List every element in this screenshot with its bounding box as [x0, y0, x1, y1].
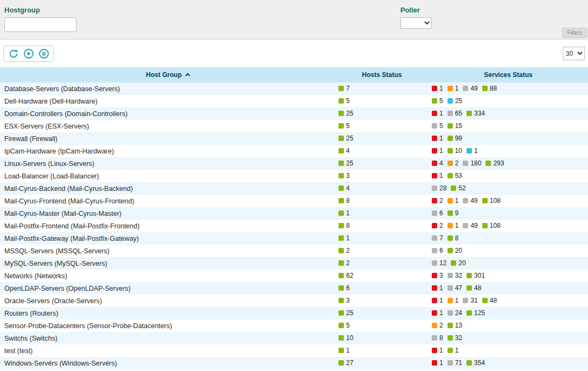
status-chip-critical[interactable]: 2	[432, 222, 443, 229]
status-chip-unknown[interactable]: 65	[448, 110, 462, 117]
status-chip-ok[interactable]: 9	[448, 209, 459, 217]
status-chip-critical[interactable]: 1	[432, 85, 443, 92]
hostgroup-name-link[interactable]: Mail-Cyrus-Master (Mail-Cyrus-Master)	[4, 210, 122, 218]
status-chip-ok[interactable]: 15	[448, 122, 462, 130]
status-chip-unknown[interactable]: 24	[448, 309, 462, 317]
status-chip-ok[interactable]: 8	[448, 234, 459, 242]
status-chip-ok[interactable]: 25	[338, 159, 353, 167]
status-chip-ok[interactable]: 1	[338, 234, 350, 242]
status-chip-ok[interactable]: 8	[338, 197, 350, 204]
status-chip-unknown[interactable]: 12	[432, 259, 446, 267]
status-chip-warning[interactable]: 1	[448, 197, 459, 204]
status-chip-ok[interactable]: 108	[482, 222, 501, 229]
column-header-services-status[interactable]: Services Status	[429, 67, 588, 82]
hostgroup-name-link[interactable]: MSSQL-Servers (MSSQL-Servers)	[4, 247, 110, 255]
hostgroup-name-link[interactable]: IpCam-Hardware (IpCam-Hardware)	[4, 148, 114, 155]
status-chip-ok[interactable]: 5	[338, 97, 350, 105]
status-chip-unknown[interactable]: 180	[463, 159, 481, 167]
status-chip-unknown[interactable]: 6	[432, 209, 443, 217]
status-chip-ok[interactable]: 13	[448, 322, 462, 329]
hostgroup-name-link[interactable]: Oracle-Servers (Oracle-Servers)	[4, 297, 102, 305]
status-chip-ok[interactable]: 88	[482, 85, 497, 92]
status-chip-ok[interactable]: 1	[338, 347, 350, 354]
filters-button[interactable]: Filters	[562, 28, 587, 38]
status-chip-ok[interactable]: 6	[338, 284, 350, 292]
hostgroup-name-link[interactable]: Mail-Postfix-Gateway (Mail-Postfix-Gatew…	[4, 235, 139, 242]
status-chip-ok[interactable]: 25	[338, 110, 353, 117]
status-chip-critical[interactable]: 1	[432, 309, 443, 317]
hostgroup-name-link[interactable]: Firewall (Firewall)	[4, 135, 57, 143]
status-chip-ok[interactable]: 53	[448, 172, 462, 180]
hostgroup-name-link[interactable]: Mail-Cyrus-Backend (Mail-Cyrus-Backend)	[4, 185, 133, 193]
status-chip-ok[interactable]: 32	[448, 334, 462, 342]
status-chip-warning[interactable]: 2	[448, 159, 459, 167]
hostgroup-name-link[interactable]: Mail-Postfix-Frontend (Mail-Postfix-Fron…	[4, 222, 139, 230]
status-chip-ok[interactable]: 52	[451, 184, 465, 192]
column-header-host-group[interactable]: Host Group	[0, 67, 335, 82]
status-chip-unknown[interactable]: 31	[463, 297, 477, 304]
status-chip-ok[interactable]: 25	[338, 135, 353, 142]
status-chip-ok[interactable]: 3	[338, 172, 350, 180]
status-chip-ok[interactable]: 25	[338, 309, 353, 317]
hostgroup-name-link[interactable]: Database-Servers (Database-Servers)	[4, 85, 120, 93]
hostgroup-filter-input[interactable]	[4, 17, 76, 32]
status-chip-ok[interactable]: 48	[482, 297, 497, 304]
status-chip-ok[interactable]: 27	[338, 359, 353, 367]
status-chip-ok[interactable]: 1	[448, 347, 459, 354]
status-chip-ok[interactable]: 3	[338, 297, 350, 304]
status-chip-critical[interactable]: 1	[432, 297, 443, 304]
hostgroup-name-link[interactable]: test (test)	[4, 347, 33, 355]
status-chip-ok[interactable]: 2	[338, 247, 350, 254]
status-chip-unknown[interactable]: 47	[448, 284, 462, 292]
status-chip-ok[interactable]: 8	[338, 222, 350, 229]
pause-button[interactable]	[38, 48, 49, 59]
status-chip-warning[interactable]: 1	[448, 85, 459, 92]
status-chip-critical[interactable]: 1	[432, 147, 443, 155]
status-chip-ok[interactable]: 48	[466, 284, 481, 292]
status-chip-ok[interactable]: 20	[448, 247, 462, 254]
hostgroup-name-link[interactable]: OpenLDAP-Servers (OpenLDAP-Servers)	[4, 285, 131, 292]
status-chip-unknown[interactable]: 7	[432, 234, 443, 242]
status-chip-critical[interactable]: 2	[432, 197, 443, 204]
status-chip-ok[interactable]: 5	[432, 97, 443, 105]
status-chip-warning[interactable]: 2	[432, 322, 443, 329]
hostgroup-name-link[interactable]: Switchs (Switchs)	[4, 335, 57, 342]
hostgroup-name-link[interactable]: Networks (Networks)	[4, 272, 67, 280]
status-chip-critical[interactable]: 4	[432, 159, 443, 167]
status-chip-unknown[interactable]: 49	[463, 222, 477, 229]
hostgroup-name-link[interactable]: Domain-Controllers (Domain-Controllers)	[4, 110, 127, 118]
hostgroup-name-link[interactable]: Mail-Cyrus-Frontend (Mail-Cyrus-Frontend…	[4, 197, 135, 205]
status-chip-ok[interactable]: 334	[466, 110, 485, 117]
status-chip-ok[interactable]: 10	[338, 334, 353, 342]
hostgroup-name-link[interactable]: Sensor-Probe-Datacenters (Sensor-Probe-D…	[4, 322, 172, 330]
status-chip-ok[interactable]: 10	[448, 147, 462, 155]
status-chip-pending[interactable]: 25	[448, 97, 462, 105]
poller-filter-select[interactable]	[400, 17, 432, 29]
status-chip-unknown[interactable]: 71	[448, 359, 462, 367]
status-chip-unknown[interactable]: 8	[432, 334, 443, 342]
play-button[interactable]	[23, 48, 34, 59]
status-chip-ok[interactable]: 1	[338, 209, 350, 217]
status-chip-unknown[interactable]: 32	[448, 272, 462, 279]
hostgroup-name-link[interactable]: Linux-Servers (Linux-Servers)	[4, 160, 94, 168]
status-chip-ok[interactable]: 4	[338, 147, 350, 155]
status-chip-ok[interactable]: 301	[466, 272, 485, 279]
status-chip-ok[interactable]: 4	[338, 184, 350, 192]
status-chip-ok[interactable]: 99	[448, 135, 462, 142]
status-chip-critical[interactable]: 1	[432, 347, 443, 354]
hostgroup-name-link[interactable]: Load-Balancer (Load-Balancer)	[4, 172, 99, 180]
status-chip-ok[interactable]: 7	[338, 85, 350, 92]
hostgroup-name-link[interactable]: MySQL-Servers (MySQL-Servers)	[4, 260, 107, 267]
status-chip-ok[interactable]: 5	[338, 322, 350, 329]
status-chip-critical[interactable]: 1	[432, 110, 443, 117]
status-chip-ok[interactable]: 5	[338, 122, 350, 130]
status-chip-warning[interactable]: 1	[448, 297, 459, 304]
page-size-select[interactable]: 30	[563, 47, 585, 60]
status-chip-unknown[interactable]: 6	[432, 247, 443, 254]
status-chip-critical[interactable]: 1	[432, 359, 443, 367]
status-chip-ok[interactable]: 125	[466, 309, 485, 317]
status-chip-critical[interactable]: 1	[432, 172, 443, 180]
column-header-hosts-status[interactable]: Hosts Status	[335, 67, 429, 82]
status-chip-ok[interactable]: 354	[466, 359, 485, 367]
status-chip-ok[interactable]: 2	[338, 259, 350, 267]
